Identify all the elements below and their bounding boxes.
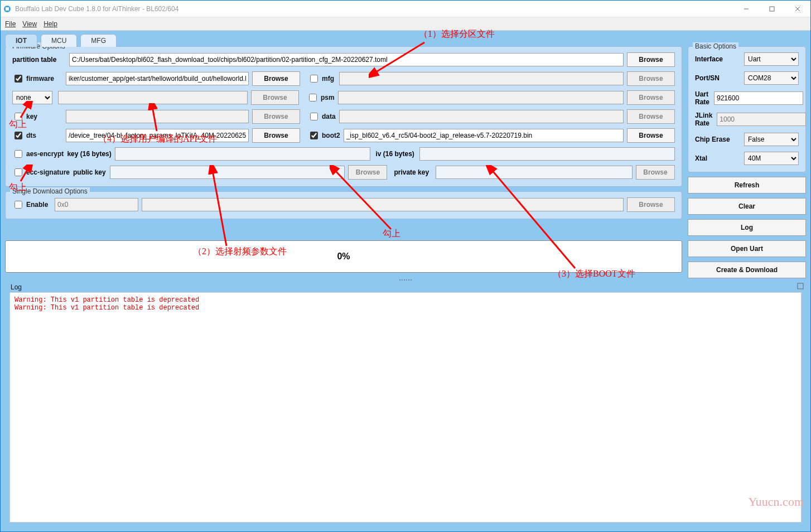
log-output[interactable]: Warning: This v1 partition table is depr… [9, 292, 802, 523]
none-browse-button[interactable]: Browse [251, 90, 299, 105]
addr-input[interactable] [55, 198, 138, 211]
jlink-label: JLink Rate [695, 112, 712, 127]
pubkey-label: public key [73, 168, 107, 176]
boot2-checkbox[interactable] [310, 132, 318, 139]
uart-input[interactable] [714, 91, 803, 105]
enable-label: Enable [26, 201, 48, 209]
boot2-label: boot2 [322, 132, 340, 139]
dts-label: dts [26, 132, 36, 139]
dts-browse-button[interactable]: Browse [252, 128, 300, 143]
key-label: key [26, 113, 37, 120]
key-browse-button[interactable]: Browse [252, 109, 300, 124]
minimize-button[interactable] [733, 1, 759, 17]
xtal-label: Xtal [695, 154, 740, 162]
chip-label: Chip Erase [695, 136, 740, 143]
main-window: Bouffalo Lab Dev Cube 1.8.0 for AiThinke… [0, 0, 811, 532]
data-input[interactable] [339, 110, 624, 123]
svg-rect-1 [6, 7, 9, 11]
key-checkbox[interactable] [15, 113, 22, 120]
titlebar: Bouffalo Lab Dev Cube 1.8.0 for AiThinke… [1, 1, 810, 17]
aes-checkbox[interactable] [15, 150, 22, 158]
psm-browse-button[interactable]: Browse [627, 90, 675, 105]
psm-input[interactable] [338, 91, 624, 104]
app-icon [3, 4, 12, 13]
close-button[interactable] [785, 1, 810, 17]
svg-rect-6 [798, 283, 803, 289]
body: IOT MCU MFG Firmware Options partition t… [1, 31, 810, 531]
progress-bar: 0% [5, 240, 682, 273]
expand-icon[interactable] [797, 283, 804, 291]
log-section-label: Log [5, 282, 806, 292]
openuart-button[interactable]: Open Uart [688, 240, 806, 257]
key16-label: key (16 bytes) [67, 150, 112, 158]
dts-input[interactable] [66, 129, 249, 142]
interface-label: Interface [695, 55, 740, 63]
boot2-input[interactable] [344, 129, 624, 142]
chip-select[interactable]: False [744, 133, 799, 146]
pubkey-input[interactable] [110, 166, 345, 179]
svg-rect-3 [770, 7, 774, 11]
privkey-input[interactable] [436, 166, 633, 179]
window-controls [733, 1, 810, 17]
partition-input[interactable] [69, 53, 624, 66]
data-checkbox[interactable] [310, 113, 318, 120]
menubar: File View Help [1, 17, 810, 31]
firmware-label: firmware [26, 75, 54, 83]
jlink-input[interactable] [717, 113, 806, 126]
refresh-button[interactable]: Refresh [688, 177, 806, 194]
partition-browse-button[interactable]: Browse [627, 52, 675, 67]
tab-mcu[interactable]: MCU [41, 34, 77, 47]
ecc-checkbox[interactable] [15, 168, 22, 176]
window-title: Bouffalo Lab Dev Cube 1.8.0 for AiThinke… [15, 5, 808, 13]
mfg-input[interactable] [339, 72, 624, 85]
uart-label: Uart Rate [695, 90, 709, 106]
iv16-label: iv (16 bytes) [374, 150, 416, 158]
firmware-options-group: Firmware Options partition table Browse … [5, 46, 682, 187]
iv16-input[interactable] [419, 147, 675, 161]
firmware-input[interactable] [66, 72, 249, 85]
privkey-browse-button[interactable]: Browse [636, 165, 675, 180]
port-label: Port/SN [695, 74, 740, 82]
single-download-group: Single Download Options Enable Browse [5, 191, 682, 219]
none-input[interactable] [58, 91, 248, 104]
tab-mfg[interactable]: MFG [80, 34, 117, 47]
data-browse-button[interactable]: Browse [627, 109, 675, 124]
pubkey-browse-button[interactable]: Browse [348, 165, 387, 180]
menu-file[interactable]: File [5, 20, 16, 28]
data-label: data [322, 113, 336, 120]
log-button[interactable]: Log [688, 219, 806, 236]
firmware-browse-button[interactable]: Browse [252, 71, 300, 86]
psm-checkbox[interactable] [309, 94, 317, 101]
menu-help[interactable]: Help [44, 20, 57, 28]
mfg-browse-button[interactable]: Browse [627, 71, 675, 86]
key-input[interactable] [66, 110, 249, 123]
port-select[interactable]: COM28 [744, 71, 799, 85]
boot2-browse-button[interactable]: Browse [627, 128, 675, 143]
tab-iot[interactable]: IOT [5, 34, 37, 47]
tabs: IOT MCU MFG [5, 34, 806, 47]
dts-checkbox[interactable] [15, 132, 22, 139]
xtal-select[interactable]: 40M [744, 152, 799, 165]
partition-label: partition table [12, 56, 66, 64]
create-download-button[interactable]: Create & Download [688, 262, 806, 278]
log-label-text: Log [11, 283, 22, 291]
maximize-button[interactable] [759, 1, 785, 17]
single-group-title: Single Download Options [10, 187, 90, 195]
single-browse-button[interactable]: Browse [627, 197, 675, 212]
ecc-label: ecc-signature [26, 168, 70, 176]
mfg-label: mfg [322, 75, 334, 83]
basic-options-group: Basic Options InterfaceUart Port/SNCOM28… [688, 46, 806, 172]
privkey-label: private key [394, 168, 429, 176]
aes-label: aes-encrypt [26, 150, 64, 158]
none-select[interactable]: none [12, 91, 52, 104]
key16-input[interactable] [115, 147, 370, 161]
menu-view[interactable]: View [22, 20, 37, 28]
psm-label: psm [321, 94, 335, 101]
single-file-input[interactable] [142, 198, 624, 211]
mfg-checkbox[interactable] [310, 75, 318, 83]
enable-checkbox[interactable] [15, 201, 22, 209]
interface-select[interactable]: Uart [744, 52, 799, 66]
firmware-checkbox[interactable] [15, 75, 22, 83]
clear-button[interactable]: Clear [688, 198, 806, 215]
